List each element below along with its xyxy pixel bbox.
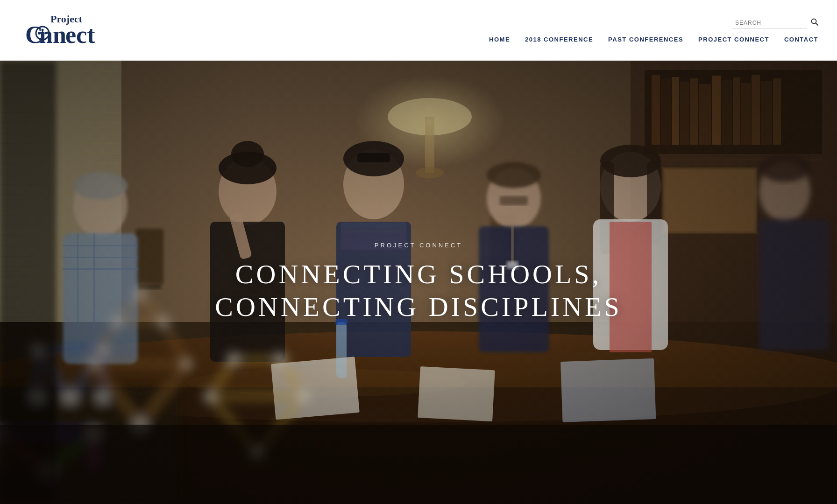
svg-rect-159 bbox=[0, 425, 837, 504]
svg-point-8 bbox=[42, 35, 44, 37]
nav-item-contact[interactable]: CONTACT bbox=[784, 36, 818, 43]
hero-subtitle: PROJECT CONNECT bbox=[215, 242, 622, 249]
hero-title: CONNECTING SCHOOLS, CONNECTING DISCIPLIN… bbox=[215, 258, 622, 323]
hero-title-line1: CONNECTING SCHOOLS, bbox=[235, 259, 602, 289]
hero-title-line2: CONNECTING DISCIPLINES bbox=[215, 292, 622, 322]
hero-section: PROJECT CONNECT CONNECTING SCHOOLS, CONN… bbox=[0, 61, 837, 504]
site-logo[interactable]: Project C nn ect bbox=[19, 9, 149, 51]
search-input[interactable] bbox=[732, 18, 807, 28]
nav-item-2018-conference[interactable]: 2018 CONFERENCE bbox=[525, 36, 593, 43]
svg-point-5 bbox=[38, 32, 41, 35]
search-icon bbox=[811, 19, 818, 27]
svg-point-7 bbox=[45, 32, 47, 34]
header-right: HOME 2018 CONFERENCE PAST CONFERENCES PR… bbox=[489, 18, 818, 43]
svg-line-14 bbox=[816, 23, 818, 26]
hero-text-container: PROJECT CONNECT CONNECTING SCHOOLS, CONN… bbox=[215, 242, 622, 323]
nav-item-past-conferences[interactable]: PAST CONFERENCES bbox=[608, 36, 683, 43]
svg-text:ect: ect bbox=[65, 21, 95, 48]
logo-area: Project C nn ect bbox=[19, 9, 149, 51]
search-area bbox=[732, 18, 818, 28]
nav-item-home[interactable]: HOME bbox=[489, 36, 510, 43]
nav-item-project-connect[interactable]: PROJECT CONNECT bbox=[698, 36, 769, 43]
search-button[interactable] bbox=[811, 18, 818, 28]
svg-point-6 bbox=[42, 28, 44, 31]
site-header: Project C nn ect bbox=[0, 0, 837, 61]
main-nav: HOME 2018 CONFERENCE PAST CONFERENCES PR… bbox=[489, 36, 818, 43]
svg-text:nn: nn bbox=[39, 21, 66, 48]
